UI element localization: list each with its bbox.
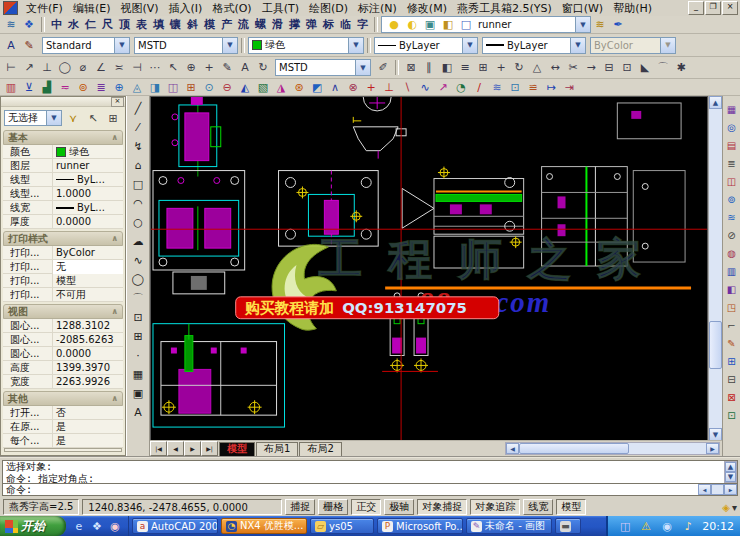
dropdown-arrow-icon[interactable] <box>348 38 363 53</box>
task-minimized-window[interactable]: ▬ <box>555 518 581 534</box>
scale-icon[interactable]: △ <box>528 60 546 76</box>
section-misc-header[interactable]: 其他∧ <box>3 391 123 406</box>
dim-leader-icon[interactable]: ↖ <box>164 60 182 76</box>
show-desktop-icon[interactable]: ❖ <box>90 519 104 533</box>
dropdown-arrow-icon[interactable] <box>462 38 477 53</box>
layer-merge-icon[interactable]: ⊚ <box>724 190 740 208</box>
erase-on-layer-icon[interactable]: ⊠ <box>724 388 740 406</box>
task-ys05-folder[interactable]: ▱ ys05 <box>310 518 374 534</box>
menu-insert[interactable]: 插入(I) <box>164 1 208 16</box>
dim-ordinate-icon[interactable]: ⊥ <box>38 60 56 76</box>
prop-row-ucsvp[interactable]: 每个...是 <box>3 434 123 448</box>
section-view-header[interactable]: 视图∧ <box>3 304 123 319</box>
offset-icon[interactable]: ≡ <box>456 60 474 76</box>
yx-centerline-icon[interactable]: + <box>362 79 380 95</box>
prop-row-height[interactable]: 高度1399.3970 <box>3 361 123 375</box>
stretch-icon[interactable]: ↔ <box>546 60 564 76</box>
prop-row-plot4[interactable]: 打印...不可用 <box>3 288 123 302</box>
section-basic-header[interactable]: 基本∧ <box>3 130 123 145</box>
tab-nav-last[interactable]: ▶| <box>201 441 218 456</box>
horizontal-scroll-thumb[interactable] <box>519 443 629 454</box>
yx-spring-icon[interactable]: ≣ <box>92 79 110 95</box>
yanxiu-char-button[interactable]: 弹 <box>303 17 320 32</box>
polyline-icon[interactable]: ↯ <box>128 137 148 156</box>
dim-update-icon[interactable]: ↻ <box>254 60 272 76</box>
yx-ejector-icon[interactable]: ⊻ <box>20 79 38 95</box>
trim-icon[interactable]: ✂ <box>564 60 582 76</box>
yx-hatch45-icon[interactable]: ∖ <box>398 79 416 95</box>
scroll-right-icon[interactable]: ▶ <box>706 443 719 454</box>
prop-row-width[interactable]: 宽度2263.9926 <box>3 375 123 389</box>
yanxiu-char-button[interactable]: 标 <box>320 17 337 32</box>
tab-model[interactable]: 模型 <box>219 442 255 456</box>
erase-icon[interactable]: ⊠ <box>402 60 420 76</box>
scroll-right-icon[interactable]: ▶ <box>724 484 737 495</box>
yx-arrow-icon[interactable]: ↗ <box>434 79 452 95</box>
ellipse-icon[interactable]: ◯ <box>128 270 148 289</box>
layer-lock-icon[interactable]: ▣ <box>421 17 439 33</box>
minimize-button[interactable]: _ <box>688 1 704 15</box>
layers-icon[interactable]: ≋ <box>2 17 20 33</box>
task-paint[interactable]: ✎ 未命名 - 画图 <box>466 518 552 534</box>
layer-table-icon[interactable]: ▥ <box>724 262 740 280</box>
text-style-dropdown[interactable]: Standard <box>42 37 130 54</box>
dropdown-arrow-icon[interactable] <box>570 38 585 53</box>
layer-walk-icon[interactable]: ◎ <box>724 118 740 136</box>
explode-icon[interactable]: ✱ <box>672 60 690 76</box>
yx-sleeve-icon[interactable]: ▟ <box>38 79 56 95</box>
layer-prevstate-icon[interactable]: ⌐ <box>724 316 740 334</box>
make-block-icon[interactable]: ⊞ <box>128 327 148 346</box>
yx-core-icon[interactable]: ◩ <box>308 79 326 95</box>
edit-properties-icon[interactable]: ✎ <box>724 334 740 352</box>
menu-view[interactable]: 视图(V) <box>115 1 163 16</box>
task-autocad[interactable]: a AutoCAD 200... <box>132 518 218 534</box>
yx-locating-icon[interactable]: ⊖ <box>218 79 236 95</box>
device-icon[interactable]: ◫ <box>616 518 634 534</box>
yx-waterline-icon[interactable]: ⊕ <box>110 79 128 95</box>
lineweight-toggle[interactable]: 线宽 <box>523 499 553 515</box>
volume-icon[interactable]: ♪ <box>679 518 697 534</box>
yanxiu-char-button[interactable]: 镶 <box>167 17 184 32</box>
status-menu-arrow-icon[interactable]: ▾ <box>732 502 737 513</box>
close-button[interactable]: × <box>722 1 738 15</box>
layer-color-icon[interactable]: □ <box>457 17 475 33</box>
collapse-chevron-icon[interactable]: ∧ <box>112 234 119 243</box>
layer-freeze-icon[interactable]: ◐ <box>403 17 421 33</box>
dim-diameter-icon[interactable]: ⌀ <box>74 60 92 76</box>
yx-cavity-icon[interactable]: ⊛ <box>290 79 308 95</box>
scroll-down-icon[interactable]: ▼ <box>725 472 736 482</box>
security-alert-icon[interactable]: ⚠ <box>637 518 655 534</box>
task-nx4[interactable]: ◔ NX4 优胜模... <box>221 518 307 534</box>
break-point-icon[interactable]: ⊟ <box>600 60 618 76</box>
yx-symmetry-icon[interactable]: ⊥ <box>380 79 398 95</box>
text-style-icon[interactable]: A <box>2 37 20 53</box>
menu-file[interactable]: 文件(F) <box>21 1 68 16</box>
ortho-toggle[interactable]: 正交 <box>351 499 381 515</box>
menu-draw[interactable]: 绘图(D) <box>304 1 353 16</box>
dim-linear-icon[interactable]: ⊢ <box>2 60 20 76</box>
yanxiu-char-button[interactable]: 填 <box>150 17 167 32</box>
menu-window[interactable]: 窗口(W) <box>557 1 608 16</box>
model-toggle[interactable]: 模型 <box>556 499 586 515</box>
yx-guide-icon[interactable]: ⊙ <box>200 79 218 95</box>
yx-trim2-icon[interactable]: ↦ <box>542 79 560 95</box>
dropdown-arrow-icon[interactable] <box>114 38 129 53</box>
yx-bolt-view-icon[interactable]: ⊡ <box>506 79 524 95</box>
yx-align2-icon[interactable]: ⇥ <box>560 79 578 95</box>
copy-to-layer-icon[interactable]: ⊞ <box>724 352 740 370</box>
ellipse-arc-icon[interactable]: ⌒ <box>128 289 148 308</box>
dim-baseline-icon[interactable]: ⊣ <box>128 60 146 76</box>
menu-dimension[interactable]: 标注(N) <box>353 1 402 16</box>
line-icon[interactable]: ╱ <box>128 99 148 118</box>
prop-row-layer[interactable]: 图层runner <box>3 159 123 173</box>
scroll-left-icon[interactable]: ◀ <box>506 443 519 454</box>
command-history[interactable]: 选择对象: 命令: 指定对角点: <box>2 460 738 484</box>
drawing-canvas[interactable]: 工程师之家 www.ug88ug.com 购买教程请加QQ:913147075 <box>150 96 708 441</box>
yx-datum-icon[interactable]: ⊗ <box>344 79 362 95</box>
yanxiu-char-button[interactable]: 模 <box>201 17 218 32</box>
yanxiu-char-button[interactable]: 顶 <box>116 17 133 32</box>
dropdown-arrow-icon[interactable] <box>575 17 590 32</box>
yx-slider-icon[interactable]: ◨ <box>146 79 164 95</box>
yanxiu-char-button[interactable]: 表 <box>133 17 150 32</box>
scroll-up-icon[interactable]: ▲ <box>709 96 722 109</box>
